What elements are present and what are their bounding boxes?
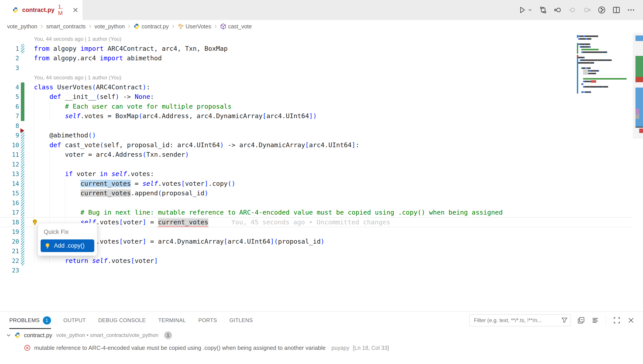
code-line-10[interactable]: 10 def cast_vote(self, proposal_id: arc4…: [0, 140, 643, 150]
view-as-table-icon[interactable]: [592, 317, 599, 324]
split-editor-icon[interactable]: [612, 6, 620, 14]
gutter-added-indicator: [21, 92, 25, 102]
token: .copy: [208, 180, 228, 187]
line-number: 21: [0, 246, 19, 256]
minimap[interactable]: [578, 35, 622, 96]
minimap-gutter-mark: [577, 80, 578, 83]
minimap-token: [596, 73, 596, 74]
minimap-line: [578, 72, 622, 75]
code-line-5[interactable]: 5 def __init__(self) -> None:: [0, 92, 643, 102]
minimap-token: [582, 68, 585, 69]
minimap-line: [578, 80, 622, 83]
open-changes-icon[interactable]: [539, 6, 547, 14]
maximize-panel-icon[interactable]: [613, 317, 620, 324]
panel-tab-gitlens[interactable]: GITLENS: [229, 312, 253, 329]
code-line-17[interactable]: 17 # Bug in next line: mutable reference…: [0, 208, 643, 218]
tab-close-icon[interactable]: [72, 7, 79, 13]
token: self: [92, 257, 108, 264]
code-line-15[interactable]: 15 current_votes.append(proposal_id): [0, 188, 643, 198]
indent-guide: [50, 198, 50, 208]
minimap-line: [578, 43, 622, 46]
code-line-22[interactable]: 22 return self.votes[voter]: [0, 256, 643, 266]
breadcrumb-separator: [172, 24, 175, 29]
breadcrumb-item-smart-contracts[interactable]: smart_contracts: [46, 23, 86, 30]
gitlens-graph-icon[interactable]: [598, 6, 606, 14]
token: voter: [123, 238, 142, 245]
panel-tab-output[interactable]: OUTPUT: [64, 312, 86, 329]
tab-contract-py[interactable]: contract.py 1, M: [0, 0, 83, 20]
minimap-token: [607, 60, 611, 61]
gutter-modified-indicator: [21, 160, 25, 169]
problems-filter-input[interactable]: [473, 317, 559, 324]
minimap-token: [590, 46, 591, 48]
problem-row[interactable]: mutable reference to ARC-4-encoded value…: [0, 342, 643, 354]
breadcrumb-item-uservotes[interactable]: UserVotes: [178, 23, 211, 30]
code-line-2[interactable]: 2from algopy.arc4 import abimethod: [0, 54, 643, 63]
indent-guide: [50, 160, 50, 169]
minimap-token: [581, 52, 583, 53]
code-line-14[interactable]: 14 current_votes = self.votes[voter].cop…: [0, 179, 643, 189]
minimap-gutter-mark: [577, 70, 578, 72]
code-line-9[interactable]: 9 @abimethod(): [0, 130, 643, 140]
token: [34, 112, 65, 120]
code-text: self.votes = BoxMap(arc4.Address, arc4.D…: [34, 111, 317, 121]
minimap-token: [580, 44, 584, 45]
collapse-all-icon[interactable]: [577, 317, 585, 324]
panel-tab-ports[interactable]: PORTS: [198, 312, 217, 329]
code-line-16[interactable]: 16: [0, 198, 643, 208]
code-line-6[interactable]: 6 # Each user can vote for multiple prop…: [0, 102, 643, 112]
minimap-token: [583, 83, 583, 85]
line-number: 8: [0, 121, 19, 131]
line-number: 14: [0, 179, 19, 189]
code-line-11[interactable]: 11 voter = arc4.Address(Txn.sender): [0, 150, 643, 160]
minimap-token: [587, 86, 589, 88]
token: ->: [119, 93, 135, 100]
code-line-1[interactable]: 1from algopy import ARC4Contract, arc4, …: [0, 44, 643, 54]
code-line-23[interactable]: 23: [0, 266, 643, 275]
breadcrumb-item-contract-py[interactable]: contract.py: [134, 23, 169, 30]
previous-change-icon[interactable]: [554, 6, 562, 14]
panel-tab-terminal[interactable]: TERMINAL: [158, 312, 186, 329]
token: self, proposal_id: arc4.UInt64: [104, 141, 220, 149]
minimap-token: [586, 91, 588, 93]
minimap-token: [585, 60, 597, 61]
minimap-line: [578, 86, 622, 88]
breadcrumb-item-cast-vote[interactable]: cast_vote: [220, 23, 252, 30]
breadcrumb-item-vote-python-2[interactable]: vote_python: [95, 23, 125, 30]
code-line-3[interactable]: 3: [0, 63, 643, 73]
code-text: from algopy.arc4 import abimethod: [34, 54, 162, 63]
run-button[interactable]: [518, 6, 532, 14]
minimap-gutter-mark: [577, 75, 578, 78]
minimap-token: [585, 86, 587, 88]
token: __init__: [61, 93, 96, 100]
breadcrumb-item-vote-python[interactable]: vote_python: [7, 23, 37, 30]
code-line-13[interactable]: 13 if voter in self.votes:: [0, 169, 643, 179]
panel-tab-problems[interactable]: PROBLEMS 1: [9, 312, 51, 329]
minimap-line: [578, 91, 622, 94]
token: self: [100, 93, 115, 100]
line-number: 16: [0, 198, 19, 208]
token: [34, 93, 50, 100]
minimap-token: [594, 70, 596, 72]
line-number: 13: [0, 169, 19, 179]
code-line-8[interactable]: 8: [0, 121, 643, 131]
panel-tab-debug-console[interactable]: DEBUG CONSOLE: [98, 312, 146, 329]
indent-guide: [65, 198, 65, 208]
minimap-token: [583, 52, 589, 53]
token: abimethod: [123, 54, 162, 62]
quick-fix-action-add-copy[interactable]: Add .copy(): [41, 240, 94, 252]
close-panel-icon[interactable]: [627, 317, 634, 324]
token: (: [92, 83, 96, 91]
code-line-12[interactable]: 12: [0, 160, 643, 169]
more-actions-icon[interactable]: [627, 6, 635, 14]
code-line-4[interactable]: 4class UserVotes(ARC4Contract):: [0, 82, 643, 92]
token: self: [65, 112, 81, 120]
chevron-down-icon[interactable]: [6, 332, 12, 338]
problems-filter-box[interactable]: [469, 314, 571, 326]
quick-fix-lightbulb-icon[interactable]: [31, 218, 39, 226]
problems-file-row[interactable]: contract.py vote_python • smart_contract…: [0, 329, 643, 342]
gutter-added-indicator: [21, 111, 25, 121]
token: Txn.sender: [146, 151, 185, 158]
code-line-7[interactable]: 7 self.votes = BoxMap(arc4.Address, arc4…: [0, 111, 643, 121]
code-editor[interactable]: You, 44 seconds ago | 1 author (You)1fro…: [0, 33, 643, 312]
